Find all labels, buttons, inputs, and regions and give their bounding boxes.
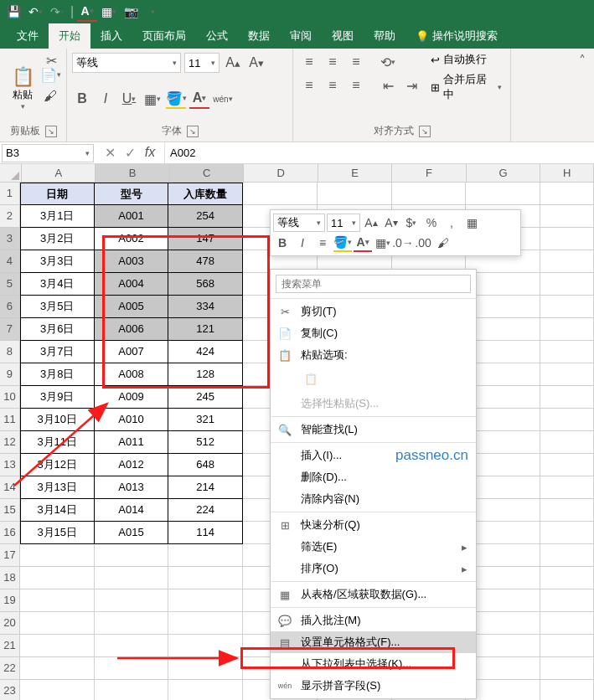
row-header[interactable]: 17 bbox=[0, 544, 20, 567]
font-dialog-launcher[interactable]: ↘ bbox=[187, 126, 199, 137]
menu-cut[interactable]: ✂剪切(T) bbox=[271, 301, 476, 322]
cell[interactable]: 321 bbox=[168, 409, 243, 431]
cell[interactable] bbox=[540, 476, 594, 499]
cell[interactable] bbox=[95, 680, 169, 700]
row-header[interactable]: 23 bbox=[0, 680, 20, 700]
menu-show-phonetic[interactable]: wén显示拼音字段(S) bbox=[271, 675, 476, 697]
menu-smart-lookup[interactable]: 🔍智能查找(L) bbox=[271, 419, 476, 440]
merge-center-button[interactable]: ⊞合并后居中▾ bbox=[427, 70, 505, 104]
row-header[interactable]: 15 bbox=[0, 499, 20, 522]
cell[interactable] bbox=[466, 386, 540, 409]
col-header[interactable]: A bbox=[22, 164, 96, 183]
cell[interactable] bbox=[20, 589, 95, 612]
tab-formula[interactable]: 公式 bbox=[196, 23, 238, 49]
cell[interactable] bbox=[466, 296, 540, 318]
fx-icon[interactable]: fx bbox=[141, 145, 159, 161]
cell[interactable] bbox=[20, 680, 95, 700]
cell[interactable] bbox=[466, 522, 540, 544]
cell[interactable] bbox=[168, 544, 243, 567]
cell[interactable]: 3月1日 bbox=[20, 205, 95, 228]
cell[interactable] bbox=[540, 363, 594, 386]
orientation-icon[interactable]: ⟲▾ bbox=[377, 52, 399, 72]
col-header[interactable]: E bbox=[318, 164, 392, 183]
select-all-button[interactable] bbox=[0, 164, 22, 183]
cell[interactable] bbox=[243, 183, 318, 205]
qat-customize-icon[interactable]: ▾ bbox=[142, 2, 163, 22]
mini-increase-font-icon[interactable]: A▴ bbox=[362, 214, 380, 232]
menu-format-cells[interactable]: ▤设置单元格格式(F)... bbox=[271, 631, 476, 653]
table-header-cell[interactable]: 入库数量 bbox=[168, 183, 243, 205]
cell[interactable] bbox=[20, 544, 95, 567]
col-header[interactable]: H bbox=[540, 164, 594, 183]
col-header[interactable]: B bbox=[96, 164, 169, 183]
table-header-cell[interactable]: 型号 bbox=[95, 183, 169, 205]
col-header[interactable]: G bbox=[467, 164, 540, 183]
cell[interactable] bbox=[540, 409, 594, 431]
cell[interactable]: A002 bbox=[95, 228, 169, 250]
cell[interactable]: 245 bbox=[168, 386, 243, 409]
redo-icon[interactable]: ↷▾ bbox=[47, 2, 67, 22]
cell[interactable] bbox=[540, 635, 594, 657]
row-header[interactable]: 19 bbox=[0, 589, 20, 612]
menu-clear[interactable]: 清除内容(N) bbox=[271, 488, 476, 510]
tab-insert[interactable]: 插入 bbox=[90, 23, 132, 49]
paste-button[interactable]: 📋 粘贴 ▾ bbox=[5, 63, 40, 113]
tab-review[interactable]: 审阅 bbox=[280, 23, 322, 49]
cell[interactable] bbox=[540, 499, 594, 522]
row-header[interactable]: 10 bbox=[0, 386, 20, 409]
row-header[interactable]: 22 bbox=[0, 657, 20, 680]
mini-format-table-icon[interactable]: ▦ bbox=[462, 214, 481, 232]
tab-help[interactable]: 帮助 bbox=[364, 23, 405, 49]
cell[interactable] bbox=[540, 657, 594, 680]
font-color-button[interactable]: A▾ bbox=[189, 89, 209, 109]
align-right-icon[interactable]: ≡ bbox=[345, 75, 367, 95]
cell[interactable]: 424 bbox=[168, 341, 243, 363]
tab-home[interactable]: 开始 bbox=[49, 23, 90, 49]
row-header[interactable]: 16 bbox=[0, 522, 20, 544]
cell[interactable]: A007 bbox=[95, 341, 169, 363]
cell[interactable]: A014 bbox=[95, 499, 169, 522]
cell[interactable] bbox=[466, 318, 540, 341]
cell[interactable]: 114 bbox=[168, 522, 243, 544]
cell[interactable] bbox=[168, 680, 243, 700]
row-header[interactable]: 5 bbox=[0, 273, 20, 296]
table-header-cell[interactable]: 日期 bbox=[20, 183, 95, 205]
col-header[interactable]: D bbox=[244, 164, 318, 183]
cell[interactable] bbox=[20, 612, 95, 635]
cell[interactable] bbox=[168, 589, 243, 612]
cell[interactable]: 3月12日 bbox=[20, 454, 95, 476]
border-button[interactable]: ▦▾ bbox=[142, 89, 163, 109]
cell[interactable] bbox=[95, 567, 169, 589]
cell[interactable] bbox=[392, 183, 467, 205]
cell[interactable] bbox=[168, 657, 243, 680]
cell[interactable]: A013 bbox=[95, 476, 169, 499]
cell[interactable] bbox=[540, 454, 594, 476]
mini-font-size[interactable]: 11▾ bbox=[327, 214, 360, 232]
cell[interactable] bbox=[95, 612, 169, 635]
cell[interactable] bbox=[466, 431, 540, 454]
mini-align-icon[interactable]: ≡ bbox=[313, 234, 332, 252]
cell[interactable] bbox=[466, 680, 540, 700]
cell[interactable] bbox=[540, 567, 594, 589]
align-top-icon[interactable]: ≡ bbox=[298, 52, 320, 72]
mini-border-icon[interactable]: ▦▾ bbox=[374, 234, 392, 252]
camera-qat-icon[interactable]: 📷 bbox=[121, 2, 141, 22]
cell[interactable] bbox=[466, 363, 540, 386]
cell[interactable] bbox=[540, 589, 594, 612]
decrease-font-icon[interactable]: A▾ bbox=[246, 53, 266, 73]
cell[interactable] bbox=[466, 635, 540, 657]
align-center-icon[interactable]: ≡ bbox=[322, 75, 343, 95]
cell[interactable] bbox=[466, 454, 540, 476]
mini-bold-icon[interactable]: B bbox=[273, 234, 292, 252]
cell[interactable] bbox=[466, 499, 540, 522]
mini-accounting-icon[interactable]: $▾ bbox=[402, 214, 421, 232]
cell[interactable]: A004 bbox=[95, 273, 169, 296]
cell[interactable] bbox=[318, 183, 392, 205]
menu-insert-comment[interactable]: 💬插入批注(M) bbox=[271, 610, 476, 631]
cell[interactable] bbox=[540, 273, 594, 296]
cell[interactable] bbox=[540, 341, 594, 363]
row-header[interactable]: 11 bbox=[0, 409, 20, 431]
save-icon[interactable]: 💾 bbox=[3, 2, 23, 22]
menu-pick-from-list[interactable]: 从下拉列表中选择(K)... bbox=[271, 653, 476, 675]
menu-copy[interactable]: 📄复制(C) bbox=[271, 322, 476, 344]
